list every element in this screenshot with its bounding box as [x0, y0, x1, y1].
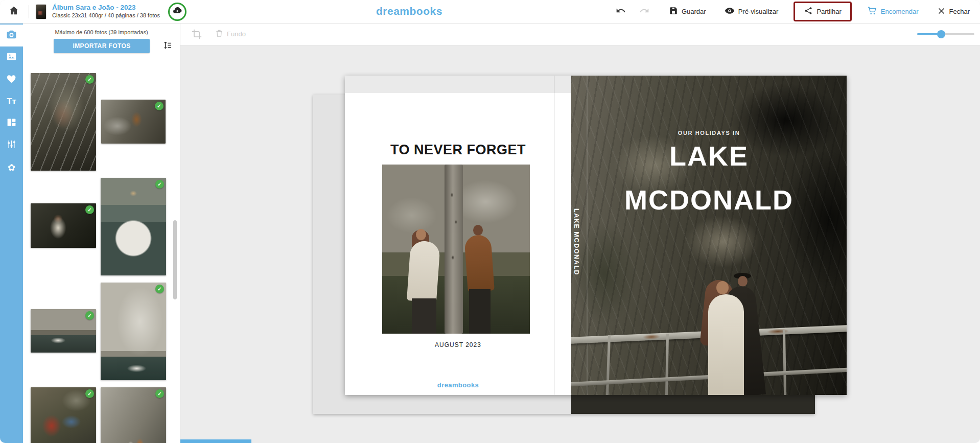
back-cover-caption[interactable]: AUGUST 2023	[345, 341, 571, 348]
save-label: Guardar	[682, 8, 706, 15]
sidebar-item-photos[interactable]	[0, 25, 23, 46]
photo-thumbnail[interactable]: ✓	[101, 178, 166, 275]
sidebar-item-text[interactable]: Tᴛ	[0, 90, 23, 112]
woman-face	[716, 281, 729, 294]
selected-check-badge: ✓	[85, 389, 94, 398]
eye-icon	[725, 6, 735, 17]
undo-button[interactable]	[614, 4, 628, 19]
photo-limit-text: Máximo de 600 fotos (39 importadas)	[23, 29, 180, 35]
tree-trunk	[445, 165, 463, 334]
share-icon	[804, 6, 813, 17]
canvas-horizontal-scrollbar[interactable]	[180, 439, 251, 443]
background-label: Fundo	[227, 30, 246, 38]
cloud-upload-icon	[172, 6, 182, 18]
sidebar-item-layouts[interactable]	[0, 112, 23, 134]
cart-icon	[867, 6, 877, 17]
woman-skirt	[412, 298, 436, 334]
front-cover-page[interactable]: LAKE MCDONALD OUR HOLIDAYS IN LAKE MCDON…	[571, 76, 847, 395]
photo-thumbnail[interactable]: ✓	[101, 100, 166, 144]
selected-check-badge: ✓	[155, 102, 164, 110]
tool-sidebar: Tᴛ ✿	[0, 23, 23, 443]
sidebar-item-adjustments[interactable]	[0, 134, 23, 156]
man-face	[738, 276, 748, 287]
import-photos-button[interactable]: IMPORTAR FOTOS	[54, 39, 150, 53]
save-button[interactable]: Guardar	[666, 6, 709, 17]
camera-icon	[6, 29, 17, 42]
editor-canvas[interactable]: TO NEVER FORGET AUGUST 2023 dreambooks	[180, 45, 980, 443]
photo-thumbnail[interactable]: ✓	[31, 203, 96, 248]
top-bar-divider	[29, 5, 29, 18]
top-bar-actions: Guardar Pré-visualizar Partilhar	[614, 0, 973, 23]
redo-button[interactable]	[637, 4, 651, 19]
selected-check-badge: ✓	[85, 311, 94, 320]
layout-icon	[6, 117, 17, 130]
sliders-icon	[6, 139, 17, 152]
top-bar: Álbum Sara e João - 2023 Classic 23x31 4…	[0, 0, 980, 24]
sidebar-item-images[interactable]	[0, 46, 23, 68]
zoom-slider[interactable]	[917, 33, 974, 35]
woman-sweater	[407, 240, 440, 302]
album-thumbnail	[36, 5, 46, 19]
back-cover-photo[interactable]	[382, 165, 530, 334]
selected-check-badge: ✓	[85, 75, 94, 84]
photo-thumbnail[interactable]: ✓	[31, 73, 96, 171]
selected-check-badge: ✓	[85, 205, 94, 214]
back-cover-page[interactable]: TO NEVER FORGET AUGUST 2023 dreambooks	[345, 93, 571, 395]
selected-check-badge: ✓	[155, 285, 164, 293]
share-highlight-box: Partilhar	[794, 2, 851, 21]
top-bar-left: Álbum Sara e João - 2023 Classic 23x31 4…	[0, 3, 186, 21]
front-fold-line	[587, 76, 588, 395]
man-pants	[469, 289, 491, 334]
front-cover-title-line1[interactable]: LAKE	[571, 140, 847, 172]
album-title: Álbum Sara e João - 2023	[52, 4, 160, 12]
sidebar-item-favorites[interactable]	[0, 68, 23, 90]
selected-check-badge: ✓	[155, 389, 164, 398]
sort-order-button[interactable]	[159, 40, 176, 53]
spine-text[interactable]: LAKE MCDONALD	[573, 208, 580, 275]
spine-fold-line	[554, 76, 555, 395]
heart-icon	[6, 73, 17, 86]
redo-icon	[639, 6, 649, 17]
man-face	[473, 225, 483, 236]
dreambooks-logo: dreambooks	[376, 5, 442, 17]
photo-thumbnail[interactable]: ✓	[31, 309, 96, 353]
dreambooks-editor-window: Álbum Sara e João - 2023 Classic 23x31 4…	[0, 0, 980, 443]
front-cover-kicker[interactable]: OUR HOLIDAYS IN	[571, 130, 847, 136]
order-label: Encomendar	[881, 8, 919, 15]
undo-redo-group	[614, 4, 651, 19]
home-icon	[8, 5, 19, 18]
crop-button[interactable]	[188, 28, 205, 42]
zoom-slider-thumb[interactable]	[937, 30, 945, 38]
home-button[interactable]	[6, 3, 21, 20]
album-meta: Álbum Sara e João - 2023 Classic 23x31 4…	[52, 4, 160, 19]
front-cover-title-line2[interactable]: MCDONALD	[571, 184, 847, 216]
preview-button[interactable]: Pré-visualizar	[721, 5, 782, 18]
trash-icon	[215, 29, 224, 39]
woman-sweater	[708, 294, 744, 395]
back-cover-brand: dreambooks	[345, 381, 571, 389]
preview-label: Pré-visualizar	[738, 8, 779, 15]
delete-background-button[interactable]: Fundo	[212, 28, 249, 40]
back-cover-title[interactable]: TO NEVER FORGET	[345, 142, 571, 158]
upload-status-badge[interactable]	[168, 3, 186, 21]
save-icon	[669, 6, 678, 17]
photo-thumbnail[interactable]: ✓	[101, 387, 166, 443]
image-icon	[6, 51, 17, 64]
share-label: Partilhar	[816, 8, 841, 15]
order-button[interactable]: Encomendar	[864, 5, 922, 18]
close-icon	[937, 7, 946, 17]
woman-face	[416, 229, 426, 240]
photo-thumbnail[interactable]: ✓	[31, 387, 96, 443]
selected-check-badge: ✓	[155, 180, 164, 189]
text-icon: Tᴛ	[7, 97, 16, 107]
close-label: Fechar	[949, 8, 970, 15]
book-cover-spread[interactable]: TO NEVER FORGET AUGUST 2023 dreambooks	[345, 76, 847, 395]
photo-thumbnail[interactable]: ✓	[101, 283, 166, 380]
man-sweater	[464, 234, 495, 292]
share-button[interactable]: Partilhar	[801, 6, 844, 17]
sidebar-item-stickers[interactable]: ✿	[0, 156, 23, 178]
photo-list-scrollbar[interactable]	[173, 220, 177, 299]
crop-icon	[191, 34, 202, 41]
photo-panel: Máximo de 600 fotos (39 importadas) IMPO…	[23, 23, 180, 443]
close-button[interactable]: Fechar	[934, 6, 973, 17]
